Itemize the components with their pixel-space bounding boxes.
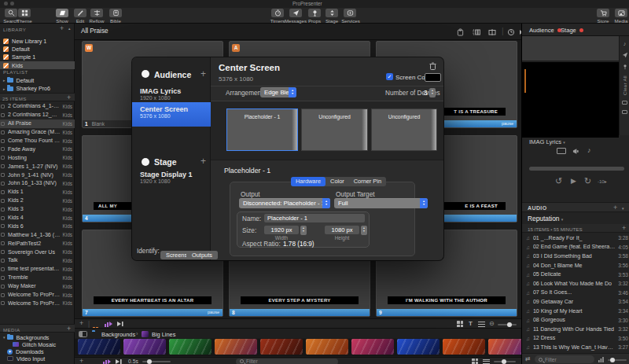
document-list-item[interactable]: Welcome To ProPresent...Kids <box>0 291 75 300</box>
clear-messages-icon[interactable] <box>622 52 628 58</box>
display-icon[interactable] <box>557 148 566 154</box>
height-field[interactable]: 1080 px <box>325 226 359 234</box>
width-field[interactable]: 1920 px <box>264 226 299 234</box>
document-list-item[interactable]: Matthew 14_1-36 (NIV)Kids <box>0 230 75 239</box>
document-list-item[interactable]: Sovereign Over UsKids <box>0 248 75 256</box>
item-checkbox[interactable] <box>1 164 5 168</box>
loop-icon[interactable]: ↻ <box>584 176 591 186</box>
item-checkbox[interactable] <box>1 199 5 203</box>
document-list-item[interactable]: time test presentationKids <box>0 265 75 274</box>
thumb-size-slider-knob[interactable] <box>502 359 506 364</box>
clear-props-icon[interactable] <box>622 64 628 70</box>
grid-view-icon[interactable] <box>457 321 463 327</box>
width-stepper[interactable]: ▲▼ <box>300 226 307 235</box>
screen-item-imag-lyrics[interactable]: IMAG Lyrics 1920 x 1080 <box>140 87 181 101</box>
sidebar-item-library[interactable]: New Library 1 <box>0 37 75 46</box>
height-stepper[interactable]: ▲▼ <box>361 226 367 235</box>
document-list-item[interactable]: TalkKids <box>0 256 75 265</box>
item-checkbox[interactable] <box>1 173 5 177</box>
clear-all-label[interactable]: Clear All <box>623 75 627 95</box>
add-slide-icon[interactable]: + <box>79 320 83 327</box>
screen-item-stage-display[interactable]: Stage Display 1 1920 x 1080 <box>140 171 193 184</box>
preview-screen-selector[interactable]: IMAG Lyrics ▾ <box>529 138 565 145</box>
add-track-icon[interactable]: + <box>622 225 626 232</box>
media-thumbnail[interactable] <box>260 339 303 355</box>
media-button[interactable] <box>615 9 627 17</box>
document-list-item[interactable]: Kids 4Kids <box>0 214 75 222</box>
document-list-item[interactable]: Kids 3Kids <box>0 205 75 214</box>
screen-item-center-screen[interactable]: Center Screen 5376 x 1080 <box>132 102 211 127</box>
name-field[interactable]: Placeholder - 1 <box>264 214 365 222</box>
item-checkbox[interactable] <box>1 267 5 271</box>
media-thumbnail[interactable] <box>123 339 166 355</box>
sidebar-item-library[interactable]: Sample 1 <box>0 53 75 62</box>
output-panel-unconfigured-2[interactable]: Unconfigured <box>371 108 437 151</box>
item-checkbox[interactable] <box>1 131 5 134</box>
item-checkbox[interactable] <box>1 250 5 254</box>
item-checkbox[interactable] <box>1 139 5 143</box>
item-checkbox[interactable] <box>1 233 5 237</box>
document-list-item[interactable]: Welcome To ProPresent...Kids <box>0 299 75 307</box>
text-view-icon[interactable]: T <box>469 320 473 327</box>
media-item-video-input[interactable]: Video Input <box>0 355 75 363</box>
document-list-item[interactable]: Amazing Grace (My Ch...Kids <box>0 128 75 137</box>
duration-slider-knob[interactable] <box>147 359 152 364</box>
bible-button[interactable] <box>109 9 122 17</box>
document-list-item[interactable]: Kids 6Kids <box>0 222 75 230</box>
output-target-dropdown[interactable]: Full▲▼ <box>334 198 428 208</box>
audio-track[interactable]: ♫04 Don_t Blame Me3:56 <box>522 261 629 270</box>
document-list-item[interactable]: John 9_1-41 (NIV)Kids <box>0 171 75 179</box>
disclosure-icon[interactable]: ▸ <box>3 78 6 83</box>
skip-icon[interactable] <box>116 358 123 364</box>
show-button[interactable] <box>56 9 68 17</box>
document-list-item[interactable]: Way MakerKids <box>0 282 75 291</box>
clear-audio-icon[interactable]: ♪ <box>623 41 627 46</box>
clear-media-icon[interactable] <box>622 110 627 114</box>
sidebar-item-playlist[interactable]: ▸Default <box>0 76 75 85</box>
audio-track[interactable]: ♫03 I Did Something Bad3:58 <box>522 252 629 261</box>
screen-color-swatch[interactable] <box>425 73 441 82</box>
tab-color[interactable]: Color <box>326 177 349 186</box>
document-list-item[interactable]: TrembleKids <box>0 274 75 282</box>
stage-button[interactable] <box>326 9 338 17</box>
skip-back-10-icon[interactable]: -10▸ <box>598 178 607 184</box>
add-media-icon[interactable]: + <box>67 325 71 333</box>
store-button[interactable] <box>597 9 609 17</box>
delete-screen-icon[interactable] <box>429 62 436 70</box>
arrangement-dropdown[interactable]: Edge Blend▲▼ <box>260 87 296 97</box>
clear-slide-icon[interactable] <box>622 101 627 105</box>
sidebar-item-playlist[interactable]: ▸Sharkey Pro6 <box>0 84 75 93</box>
output-meter-icon[interactable] <box>598 356 605 362</box>
audio-track[interactable]: ♫12 Dress3:50 <box>522 334 629 344</box>
add-audience-screen-icon[interactable]: + <box>200 69 206 79</box>
media-thumbnail[interactable] <box>443 339 485 355</box>
tab-hardware[interactable]: Hardware <box>291 177 326 186</box>
arrange-icon[interactable] <box>473 28 480 36</box>
document-list-item[interactable]: Kids 1Kids <box>0 188 75 197</box>
grid-view-icon[interactable] <box>472 358 478 364</box>
item-checkbox[interactable] <box>1 259 5 263</box>
document-list-item[interactable]: Kids 2Kids <box>0 197 75 205</box>
devices-stepper[interactable]: ▲▼ <box>429 88 436 97</box>
search-button[interactable] <box>5 9 17 17</box>
audience-preview[interactable] <box>522 36 619 61</box>
volume-knob[interactable] <box>610 358 615 362</box>
services-button[interactable] <box>344 9 356 17</box>
split-view-icon[interactable] <box>488 28 496 36</box>
theme-button[interactable] <box>18 9 31 17</box>
timers-button[interactable] <box>271 9 284 17</box>
disclosure-icon[interactable]: ▸ <box>3 86 6 91</box>
edit-button[interactable] <box>74 9 86 17</box>
zoom-slider-knob[interactable] <box>507 322 512 327</box>
skip-icon[interactable] <box>117 321 125 327</box>
stage-preview[interactable] <box>522 62 619 138</box>
media-thumbnail[interactable] <box>78 339 120 355</box>
item-checkbox[interactable] <box>1 293 5 297</box>
media-thumbnail[interactable] <box>169 339 212 355</box>
announcement-icon[interactable] <box>572 148 579 155</box>
add-audio-icon[interactable]: + <box>613 204 617 211</box>
audio-track[interactable]: ♫09 Getaway Car3:54 <box>522 297 629 307</box>
media-thumbnail[interactable] <box>488 339 521 355</box>
output-panel-unconfigured-1[interactable]: Unconfigured <box>301 108 368 151</box>
item-checkbox[interactable] <box>1 216 5 220</box>
